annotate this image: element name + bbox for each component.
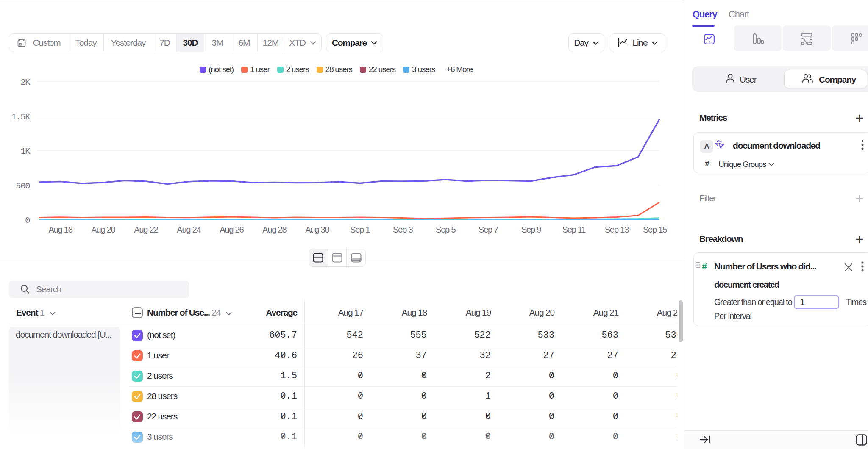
svg-text:2K: 2K <box>20 78 30 87</box>
svg-text:1.5K: 1.5K <box>11 112 30 122</box>
svg-text:Sep 1: Sep 1 <box>350 225 370 234</box>
svg-text:Aug 22: Aug 22 <box>134 225 158 234</box>
svg-text:Sep 5: Sep 5 <box>436 225 456 234</box>
svg-text:Aug 24: Aug 24 <box>177 225 201 234</box>
svg-text:1K: 1K <box>20 147 30 156</box>
svg-text:Sep 3: Sep 3 <box>393 225 413 234</box>
svg-text:Aug 26: Aug 26 <box>220 225 244 234</box>
svg-text:0: 0 <box>25 216 30 225</box>
svg-text:Aug 30: Aug 30 <box>305 225 329 234</box>
svg-text:Aug 28: Aug 28 <box>262 225 287 234</box>
svg-text:Sep 7: Sep 7 <box>479 225 498 234</box>
svg-text:Aug 20: Aug 20 <box>91 225 115 234</box>
svg-text:Sep 9: Sep 9 <box>521 225 541 234</box>
svg-text:Sep 11: Sep 11 <box>562 225 586 234</box>
svg-text:Sep 13: Sep 13 <box>605 225 629 234</box>
svg-text:500: 500 <box>16 181 30 191</box>
svg-text:Aug 18: Aug 18 <box>48 225 72 234</box>
svg-text:Sep 15: Sep 15 <box>643 225 667 234</box>
